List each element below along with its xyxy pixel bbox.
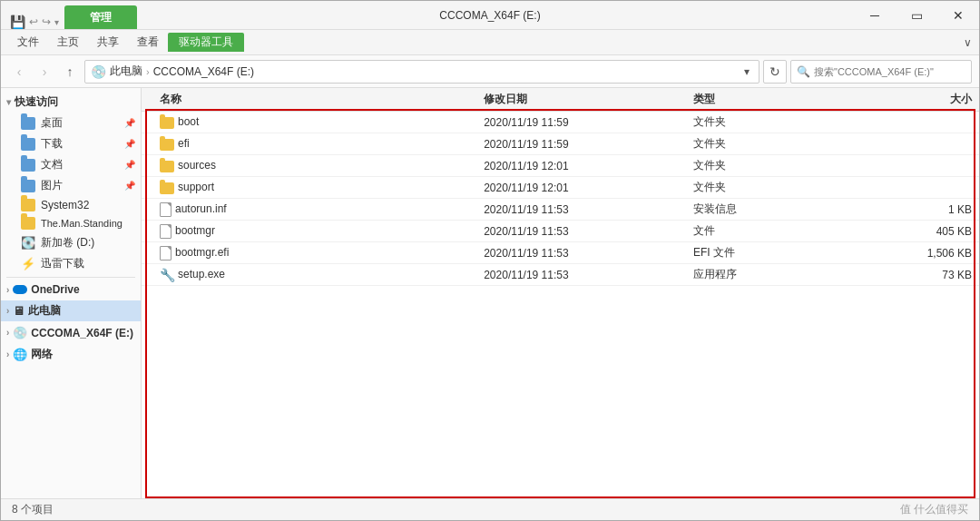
file-name: sources (142, 155, 476, 177)
sidebar-item-downloads[interactable]: 下载 📌 (1, 133, 141, 154)
search-bar[interactable]: 🔍 (790, 60, 972, 84)
file-date: 2020/11/19 11:53 (476, 221, 686, 242)
sidebar-item-documents[interactable]: 文档 📌 (1, 154, 141, 175)
file-type: 文件夹 (686, 155, 854, 177)
sidebar-section-this-pc: › 🖥 此电脑 (1, 300, 141, 321)
col-name[interactable]: 名称 (142, 88, 476, 112)
dropdown-icon[interactable]: ▾ (54, 17, 59, 27)
ribbon-tab-view[interactable]: 查看 (128, 31, 168, 54)
sidebar-this-pc-header[interactable]: › 🖥 此电脑 (1, 300, 141, 321)
sidebar-item-pictures[interactable]: 图片 📌 (1, 175, 141, 196)
sidebar-item-drive-d[interactable]: 💽 新加卷 (D:) (1, 232, 141, 253)
window-title: CCCOMA_X64F (E:) (439, 9, 540, 22)
sidebar-network-label: 网络 (31, 347, 53, 362)
folder-icon (21, 159, 35, 172)
file-type: 文件 (686, 221, 854, 242)
back-button[interactable]: ‹ (8, 61, 30, 83)
window-controls: ─ ▭ ✕ (854, 1, 979, 29)
sidebar-item-xunlei[interactable]: ⚡ 迅雷下载 (1, 253, 141, 274)
file-explorer-window: 💾 ↩ ↪ ▾ 管理 CCCOMA_X64F (E:) ─ ▭ ✕ 文件 主页 … (0, 0, 980, 521)
file-name: 🔧setup.exe (142, 264, 476, 286)
minimize-button[interactable]: ─ (854, 1, 896, 30)
file-size: 73 KB (854, 264, 979, 286)
content-area: 名称 修改日期 类型 大小 boot 2020/11/19 11:59 文件夹 … (142, 88, 979, 498)
ribbon-tab-share[interactable]: 共享 (88, 31, 128, 54)
table-row[interactable]: 🔧setup.exe 2020/11/19 11:53 应用程序 73 KB (142, 264, 979, 286)
sidebar-cccoma-header[interactable]: › 💿 CCCOMA_X64F (E:) (1, 323, 141, 342)
file-type: 文件夹 (686, 177, 854, 199)
file-size (854, 177, 979, 199)
tab-manage[interactable]: 管理 (64, 5, 137, 29)
file-type: 应用程序 (686, 264, 854, 286)
maximize-button[interactable]: ▭ (896, 1, 937, 30)
col-date[interactable]: 修改日期 (476, 88, 686, 112)
file-date: 2020/11/19 11:53 (476, 242, 686, 264)
save-icon: 💾 (10, 15, 25, 29)
col-size[interactable]: 大小 (854, 88, 979, 112)
sidebar-item-desktop[interactable]: 桌面 📌 (1, 113, 141, 133)
address-bar[interactable]: 💿 此电脑 › CCCOMA_X64F (E:) ▾ (84, 60, 760, 84)
address-dropdown-btn[interactable]: ▾ (740, 65, 753, 78)
sidebar-item-the-man-standing[interactable]: The.Man.Standing (1, 214, 141, 232)
sidebar-item-label: 新加卷 (D:) (41, 235, 94, 251)
breadcrumb-current[interactable]: CCCOMA_X64F (E:) (153, 65, 254, 78)
breadcrumb-sep: › (146, 66, 150, 77)
sidebar-section-cccoma: › 💿 CCCOMA_X64F (E:) (1, 323, 141, 342)
ribbon-active-tool[interactable]: 驱动器工具 (168, 33, 244, 52)
folder-icon (160, 117, 174, 129)
sidebar: ▾ 快速访问 桌面 📌 下载 📌 文档 📌 (1, 88, 142, 498)
file-name: support (142, 177, 476, 199)
file-date: 2020/11/19 11:53 (476, 264, 686, 286)
forward-button[interactable]: › (34, 61, 55, 83)
file-name: efi (142, 133, 476, 155)
table-row[interactable]: bootmgr.efi 2020/11/19 11:53 EFI 文件 1,50… (142, 242, 979, 264)
undo-icon: ↩ (29, 15, 38, 28)
toolbar: ‹ › ↑ 💿 此电脑 › CCCOMA_X64F (E:) ▾ ↻ 🔍 (1, 55, 979, 88)
sidebar-network-header[interactable]: › 🌐 网络 (1, 344, 141, 365)
drive-icon: 💿 (91, 64, 106, 79)
sidebar-onedrive-header[interactable]: › OneDrive (1, 280, 141, 299)
folder-icon (21, 199, 35, 211)
sidebar-section-onedrive: › OneDrive (1, 280, 141, 299)
table-row[interactable]: boot 2020/11/19 11:59 文件夹 (142, 112, 979, 133)
file-name: boot (142, 112, 476, 133)
folder-icon: ⚡ (21, 257, 35, 270)
drive-icon: 💿 (13, 326, 27, 339)
file-date: 2020/11/19 12:01 (476, 155, 686, 177)
ribbon-tab-file[interactable]: 文件 (8, 31, 48, 54)
sidebar-quick-access-header[interactable]: ▾ 快速访问 (1, 92, 141, 113)
file-date: 2020/11/19 11:53 (476, 199, 686, 221)
file-size: 405 KB (854, 221, 979, 242)
close-button[interactable]: ✕ (937, 1, 979, 30)
refresh-button[interactable]: ↻ (763, 60, 787, 84)
breadcrumb-root[interactable]: 此电脑 (110, 64, 142, 79)
table-row[interactable]: autorun.inf 2020/11/19 11:53 安装信息 1 KB (142, 199, 979, 221)
sidebar-item-system32[interactable]: System32 (1, 196, 141, 214)
search-input[interactable] (814, 66, 965, 77)
network-icon: 🌐 (13, 348, 27, 361)
redo-icon: ↪ (42, 15, 51, 28)
computer-icon: 🖥 (13, 304, 24, 318)
file-type: 文件夹 (686, 133, 854, 155)
table-row[interactable]: efi 2020/11/19 11:59 文件夹 (142, 133, 979, 155)
pin-icon: 📌 (124, 118, 135, 128)
file-name: autorun.inf (142, 199, 476, 221)
table-row[interactable]: sources 2020/11/19 12:01 文件夹 (142, 155, 979, 177)
pin-icon: 📌 (124, 160, 135, 170)
sidebar-item-label: 图片 (41, 178, 63, 193)
folder-icon (21, 117, 35, 130)
folder-icon (21, 138, 35, 151)
sidebar-section-quick-access: ▾ 快速访问 桌面 📌 下载 📌 文档 📌 (1, 92, 141, 274)
file-date: 2020/11/19 11:59 (476, 112, 686, 133)
folder-icon (160, 139, 174, 151)
ribbon-collapse-btn[interactable]: ∨ (964, 36, 972, 49)
up-button[interactable]: ↑ (59, 61, 81, 83)
ribbon-tab-home[interactable]: 主页 (48, 31, 88, 54)
main-area: ▾ 快速访问 桌面 📌 下载 📌 文档 📌 (1, 88, 979, 498)
chevron-right-icon: › (6, 349, 9, 359)
table-row[interactable]: bootmgr 2020/11/19 11:53 文件 405 KB (142, 221, 979, 242)
table-row[interactable]: support 2020/11/19 12:01 文件夹 (142, 177, 979, 199)
onedrive-icon (13, 285, 27, 294)
col-type[interactable]: 类型 (686, 88, 854, 112)
folder-icon (160, 161, 174, 172)
